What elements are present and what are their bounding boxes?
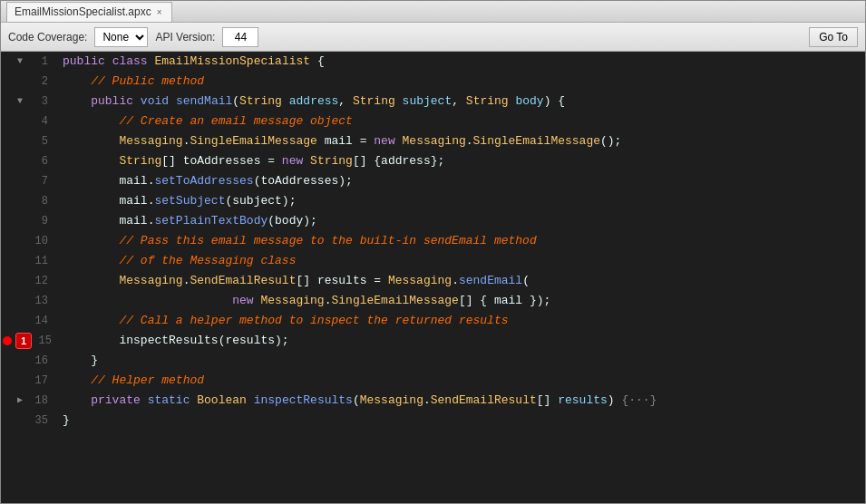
line-10: 10 // Pass this email message to the bui…	[1, 231, 865, 251]
code-3: public void sendMail(String address, Str…	[55, 92, 865, 111]
line-15: 1 15 inspectResults(results);	[1, 331, 865, 351]
gutter-3: ▼ 3	[1, 92, 55, 111]
gutter-4: 4	[1, 111, 55, 131]
line-8: 8 mail.setSubject(subject);	[1, 191, 865, 211]
fold-icon-1[interactable]: ▼	[17, 52, 26, 72]
api-label: API Version:	[155, 31, 215, 44]
code-10: // Pass this email message to the built-…	[55, 231, 865, 251]
goto-button[interactable]: Go To	[809, 27, 858, 47]
code-17: // Helper method	[55, 371, 865, 391]
line-13: 13 new Messaging.SingleEmailMessage[] { …	[1, 291, 865, 311]
linenum-6: 6	[30, 151, 48, 171]
title-tab[interactable]: EmailMissionSpecialist.apxc ×	[6, 2, 172, 22]
linenum-35: 35	[30, 411, 48, 431]
line-11: 11 // of the Messaging class	[1, 251, 865, 271]
linenum-16: 16	[30, 351, 48, 371]
gutter-9: 9	[1, 211, 55, 231]
line-16: 16 }	[1, 351, 865, 371]
gutter-7: 7	[1, 171, 55, 191]
code-2: // Public method	[55, 72, 865, 92]
coverage-select[interactable]: None	[94, 27, 148, 47]
gutter-12: 12	[1, 271, 55, 291]
linenum-14: 14	[30, 311, 48, 331]
gutter-14: 14	[1, 311, 55, 331]
line-35: 35 }	[1, 411, 865, 431]
line-17: 17 // Helper method	[1, 371, 865, 391]
code-6: String[] toAddresses = new String[] {add…	[55, 151, 865, 171]
line-1: ▼ 1 public class EmailMissionSpecialist …	[1, 52, 865, 72]
main-window: EmailMissionSpecialist.apxc × Code Cover…	[0, 0, 866, 504]
gutter-2: 2	[1, 72, 55, 92]
code-35: }	[55, 411, 865, 431]
close-icon[interactable]: ×	[157, 7, 162, 17]
linenum-17: 17	[30, 371, 48, 391]
line-5: 5 Messaging.SingleEmailMessage mail = ne…	[1, 131, 865, 151]
code-14: // Call a helper method to inspect the r…	[55, 311, 865, 331]
fold-icon-18[interactable]: ▶	[17, 391, 26, 411]
gutter-1: ▼ 1	[1, 52, 55, 72]
linenum-15: 15	[34, 331, 52, 351]
code-4: // Create an email message object	[55, 111, 865, 131]
gutter-5: 5	[1, 131, 55, 151]
line-3: ▼ 3 public void sendMail(String address,…	[1, 92, 865, 111]
line-12: 12 Messaging.SendEmailResult[] results =…	[1, 271, 865, 291]
editor-area: ▼ 1 public class EmailMissionSpecialist …	[1, 52, 865, 503]
linenum-8: 8	[30, 191, 48, 211]
line-2: 2 // Public method	[1, 72, 865, 92]
linenum-13: 13	[30, 291, 48, 311]
code-11: // of the Messaging class	[55, 251, 865, 271]
gutter-8: 8	[1, 191, 55, 211]
code-editor[interactable]: ▼ 1 public class EmailMissionSpecialist …	[1, 52, 865, 503]
linenum-5: 5	[30, 131, 48, 151]
line-6: 6 String[] toAddresses = new String[] {a…	[1, 151, 865, 171]
line-14: 14 // Call a helper method to inspect th…	[1, 311, 865, 331]
linenum-7: 7	[30, 171, 48, 191]
tab-title: EmailMissionSpecialist.apxc	[15, 5, 151, 18]
coverage-label: Code Coverage:	[8, 31, 87, 44]
linenum-18: 18	[30, 391, 48, 411]
linenum-12: 12	[30, 271, 48, 291]
gutter-17: 17	[1, 371, 55, 391]
gutter-35: 35	[1, 411, 55, 431]
linenum-9: 9	[30, 211, 48, 231]
linenum-10: 10	[30, 231, 48, 251]
line-9: 9 mail.setPlainTextBody(body);	[1, 211, 865, 231]
fold-icon-3[interactable]: ▼	[17, 92, 26, 111]
linenum-3: 3	[30, 92, 48, 111]
line-4: 4 // Create an email message object	[1, 111, 865, 131]
api-input[interactable]	[222, 27, 258, 47]
gutter-16: 16	[1, 351, 55, 371]
code-1: public class EmailMissionSpecialist {	[55, 52, 865, 72]
toolbar: Code Coverage: None API Version: Go To	[1, 23, 865, 52]
code-8: mail.setSubject(subject);	[55, 191, 865, 211]
gutter-10: 10	[1, 231, 55, 251]
linenum-11: 11	[30, 251, 48, 271]
linenum-2: 2	[30, 72, 48, 92]
code-9: mail.setPlainTextBody(body);	[55, 211, 865, 231]
linenum-4: 4	[30, 111, 48, 131]
title-bar: EmailMissionSpecialist.apxc ×	[1, 1, 865, 23]
breakpoint-badge-15: 1	[15, 333, 32, 349]
code-18: private static Boolean inspectResults(Me…	[55, 391, 865, 411]
line-18: ▶ 18 private static Boolean inspectResul…	[1, 391, 865, 411]
gutter-6: 6	[1, 151, 55, 171]
code-7: mail.setToAddresses(toAddresses);	[55, 171, 865, 191]
breakpoint-dot-15[interactable]	[3, 336, 12, 345]
code-12: Messaging.SendEmailResult[] results = Me…	[55, 271, 865, 291]
line-7: 7 mail.setToAddresses(toAddresses);	[1, 171, 865, 191]
linenum-1: 1	[30, 52, 48, 72]
gutter-11: 11	[1, 251, 55, 271]
gutter-13: 13	[1, 291, 55, 311]
gutter-15: 1 15	[1, 331, 55, 351]
code-16: }	[55, 351, 865, 371]
code-15: inspectResults(results);	[55, 331, 865, 351]
gutter-18: ▶ 18	[1, 391, 55, 411]
code-13: new Messaging.SingleEmailMessage[] { mai…	[55, 291, 865, 311]
code-5: Messaging.SingleEmailMessage mail = new …	[55, 131, 865, 151]
